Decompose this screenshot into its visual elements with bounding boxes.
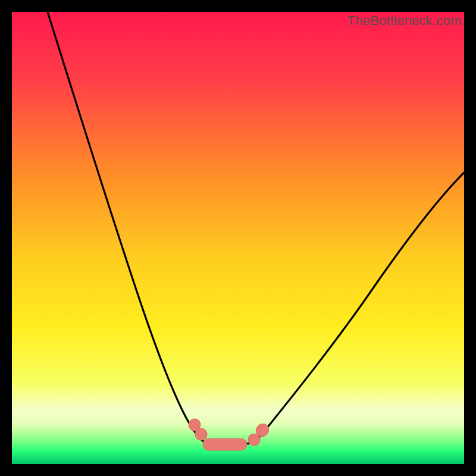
bottleneck-curve	[48, 12, 464, 444]
marker-segment	[203, 439, 247, 450]
watermark-text: TheBottleneck.com	[347, 13, 462, 29]
valley-markers	[186, 416, 271, 450]
chart-plot	[12, 12, 464, 464]
chart-frame	[12, 12, 464, 464]
